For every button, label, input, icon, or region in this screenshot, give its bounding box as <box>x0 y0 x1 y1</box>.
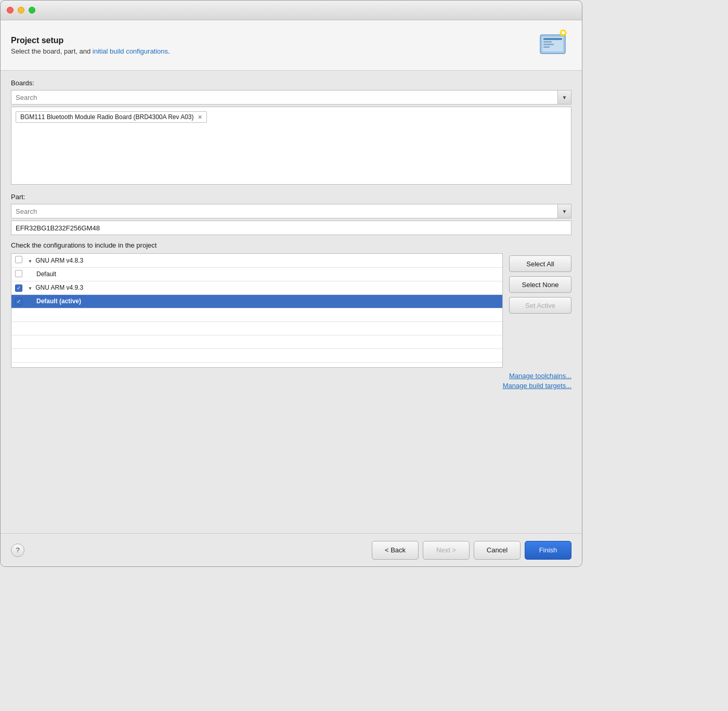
config-checkbox[interactable] <box>15 256 22 263</box>
links-row: Manage toolchains... Manage build target… <box>11 372 571 390</box>
manage-toolchains-link[interactable]: Manage toolchains... <box>509 372 571 380</box>
config-checkbox-cell[interactable]: ✓ <box>11 281 26 294</box>
part-value-box: EFR32BG1B232F256GM48 <box>11 221 571 235</box>
finish-button[interactable]: Finish <box>525 541 571 560</box>
header-text: Project setup Select the board, part, an… <box>11 36 170 55</box>
table-row <box>11 348 502 362</box>
boards-label: Boards: <box>11 79 571 87</box>
svg-point-7 <box>562 31 565 34</box>
cancel-button[interactable]: Cancel <box>474 541 521 560</box>
back-button[interactable]: < Back <box>372 541 419 560</box>
boards-search-row[interactable]: ▼ <box>11 90 571 105</box>
page-title: Project setup <box>11 36 170 45</box>
part-label: Part: <box>11 193 571 201</box>
config-name-active: Default (active) <box>36 298 81 305</box>
board-tag-close-button[interactable]: × <box>198 113 202 121</box>
config-extra-cell <box>130 267 502 281</box>
board-tag-label: BGM111 Bluetooth Module Radio Board (BRD… <box>20 113 194 121</box>
svg-line-14 <box>565 30 566 31</box>
select-none-button[interactable]: Select None <box>509 276 571 293</box>
part-search-dropdown-button[interactable]: ▼ <box>557 204 571 218</box>
boards-search-input[interactable] <box>11 94 557 101</box>
boards-search-dropdown-button[interactable]: ▼ <box>557 91 571 104</box>
config-checkbox[interactable] <box>15 270 22 277</box>
config-name-cell-active: Default (active) <box>26 294 130 308</box>
help-button[interactable]: ? <box>11 544 24 557</box>
maximize-window-button[interactable] <box>29 7 35 14</box>
svg-rect-3 <box>543 41 552 43</box>
footer-left: ? <box>11 544 24 557</box>
config-side-buttons: Select All Select None Set Active <box>509 253 571 368</box>
table-row[interactable]: Default <box>11 267 502 281</box>
config-name-cell: ▼ GNU ARM v4.8.3 <box>26 254 130 267</box>
collapse-icon: ▼ <box>28 259 32 264</box>
config-checkbox[interactable]: ✓ <box>15 285 22 292</box>
table-row[interactable]: ✓ Default (active) <box>11 294 502 308</box>
config-checkbox-cell[interactable]: ✓ <box>11 294 26 308</box>
next-button[interactable]: Next > <box>423 541 470 560</box>
manage-build-targets-link[interactable]: Manage build targets... <box>503 382 571 390</box>
config-name: Default <box>36 270 56 278</box>
svg-line-15 <box>561 35 562 36</box>
svg-rect-2 <box>543 38 562 40</box>
svg-rect-5 <box>543 46 550 48</box>
table-row <box>11 335 502 348</box>
table-row <box>11 308 502 321</box>
config-name: GNU ARM v4.8.3 <box>35 257 83 264</box>
header-icon <box>538 29 571 62</box>
svg-rect-4 <box>543 44 554 45</box>
content-area: Boards: ▼ BGM111 Bluetooth Module Radio … <box>1 71 582 533</box>
config-extra-cell <box>130 281 502 294</box>
select-all-button[interactable]: Select All <box>509 255 571 272</box>
config-table: ▼ GNU ARM v4.8.3 Default <box>11 254 502 363</box>
board-tag: BGM111 Bluetooth Module Radio Board (BRD… <box>16 111 207 123</box>
config-extra-cell <box>130 294 502 308</box>
config-checkbox[interactable]: ✓ <box>15 298 22 305</box>
config-checkbox-cell[interactable] <box>11 267 26 281</box>
collapse-icon: ▼ <box>28 286 32 291</box>
footer: ? < Back Next > Cancel Finish <box>1 533 582 566</box>
traffic-lights <box>7 7 35 14</box>
config-area: ▼ GNU ARM v4.8.3 Default <box>11 253 571 368</box>
page-subtitle: Select the board, part, and initial buil… <box>11 47 170 55</box>
boards-container: BGM111 Bluetooth Module Radio Board (BRD… <box>11 107 571 185</box>
svg-line-12 <box>561 30 562 31</box>
config-name-cell: Default <box>26 267 130 281</box>
part-value: EFR32BG1B232F256GM48 <box>16 224 100 232</box>
title-bar <box>1 1 582 20</box>
config-extra-cell <box>130 254 502 267</box>
table-row <box>11 321 502 335</box>
table-row[interactable]: ✓ ▼ GNU ARM v4.9.3 <box>11 281 502 294</box>
config-check-label: Check the configurations to include in t… <box>11 241 571 249</box>
part-search-row[interactable]: ▼ <box>11 204 571 218</box>
table-row[interactable]: ▼ GNU ARM v4.8.3 <box>11 254 502 267</box>
set-active-button[interactable]: Set Active <box>509 297 571 314</box>
close-window-button[interactable] <box>7 7 14 14</box>
header-section: Project setup Select the board, part, an… <box>1 20 582 71</box>
config-name-cell: ▼ GNU ARM v4.9.3 <box>26 281 130 294</box>
config-table-wrapper: ▼ GNU ARM v4.8.3 Default <box>11 253 503 368</box>
minimize-window-button[interactable] <box>18 7 24 14</box>
part-search-input[interactable] <box>11 208 557 215</box>
svg-line-13 <box>565 35 566 36</box>
config-checkbox-cell[interactable] <box>11 254 26 267</box>
config-name: GNU ARM v4.9.3 <box>35 284 83 291</box>
footer-buttons: < Back Next > Cancel Finish <box>372 541 571 560</box>
